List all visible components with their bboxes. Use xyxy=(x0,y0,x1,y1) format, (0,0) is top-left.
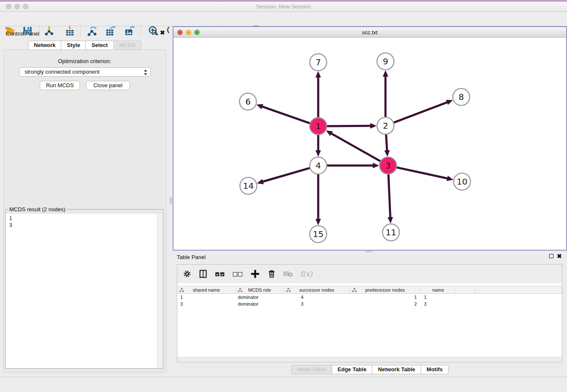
graph-edge-arrowhead xyxy=(384,150,390,157)
cell-name[interactable]: 1 xyxy=(421,294,456,301)
cell-successor-nodes[interactable]: 3 xyxy=(284,301,350,307)
graph-edge-1-6[interactable] xyxy=(261,106,311,124)
run-mcds-button[interactable]: Run MCDS xyxy=(40,81,80,90)
table-panel-tabs: Node Table Edge Table Network Table Moti… xyxy=(173,365,567,374)
cell-shared-name[interactable]: 3 xyxy=(177,301,236,307)
network-graph[interactable]: 7968124314101511 xyxy=(173,38,566,250)
main-toolbar xyxy=(0,12,567,26)
control-panel-buttons: ✖ xyxy=(152,30,165,35)
splitter-grip[interactable] xyxy=(170,197,172,204)
graph-edge-1-2[interactable] xyxy=(326,126,371,126)
column-header-name[interactable]: name xyxy=(421,286,456,293)
cell-name[interactable]: 3 xyxy=(421,301,456,307)
import-table-icon[interactable] xyxy=(64,25,75,36)
status-bar: Memory xyxy=(0,377,567,392)
optimization-criterion-label: Optimization criterion: xyxy=(0,58,169,64)
column-header-predecessor-nodes[interactable]: predecessor nodes xyxy=(350,286,421,293)
add-column-icon[interactable] xyxy=(250,269,260,279)
column-type-icon xyxy=(238,288,242,293)
window-accent-strip xyxy=(0,0,567,2)
mcds-result-area[interactable]: 1 3 xyxy=(6,214,162,368)
column-header-shared-name[interactable]: shared name xyxy=(177,286,236,293)
close-panel-icon[interactable]: ✖ xyxy=(557,254,562,258)
tab-motifs[interactable]: Motifs xyxy=(421,365,449,374)
graph-edge-3-10[interactable] xyxy=(396,167,448,179)
graph-node-label: 9 xyxy=(383,56,388,66)
mcds-result-line: 1 xyxy=(6,214,162,222)
select-all-columns-icon[interactable] xyxy=(215,269,226,279)
cell-predecessor-nodes[interactable]: 1 xyxy=(350,294,421,301)
tab-network-table[interactable]: Network Table xyxy=(372,365,421,374)
import-network-icon[interactable] xyxy=(44,25,55,36)
node-table: shared name MCDS role xyxy=(177,286,562,307)
delete-column-icon[interactable] xyxy=(267,269,276,279)
tab-network[interactable]: Network xyxy=(28,41,61,50)
function-builder-icon: f(x) xyxy=(300,270,312,278)
graph-node-label: 6 xyxy=(245,97,251,107)
export-network-icon[interactable] xyxy=(87,25,98,36)
table-panel-title: Table Panel xyxy=(177,254,206,260)
column-header-successor-nodes[interactable]: successor nodes xyxy=(284,286,350,293)
criterion-select-value: strongly connected component xyxy=(25,69,99,75)
graph-edge-4-14[interactable] xyxy=(262,168,311,182)
graph-edge-2-8[interactable] xyxy=(393,102,448,123)
table-horizontal-scrollbar[interactable] xyxy=(177,357,562,362)
table-header-row: shared name MCDS role xyxy=(177,286,562,294)
float-panel-icon[interactable] xyxy=(152,30,157,35)
table-row[interactable]: 1 dominator 4 1 1 xyxy=(177,294,562,301)
network-window-title: scc.txt xyxy=(173,29,566,36)
mcds-result-title: MCDS result (2 nodes) xyxy=(8,206,66,213)
toolbar-separator xyxy=(80,26,81,36)
graph-node-label: 1 xyxy=(316,121,321,131)
float-panel-icon[interactable] xyxy=(549,254,553,258)
tab-node-table[interactable]: Node Table xyxy=(291,365,332,374)
graph-node-label: 4 xyxy=(316,160,321,171)
tab-style[interactable]: Style xyxy=(61,41,86,50)
mcds-result-line: 3 xyxy=(6,222,162,229)
graph-edge-2-3[interactable] xyxy=(386,133,387,151)
graph-edge-arrowhead xyxy=(316,219,321,225)
graph-edge-3-11[interactable] xyxy=(388,173,391,218)
toolbar-separator xyxy=(140,26,141,36)
deselect-all-columns-icon[interactable] xyxy=(232,269,243,279)
table-toolbar: f(x) xyxy=(177,265,562,283)
network-canvas[interactable]: 7968124314101511 xyxy=(173,38,566,250)
column-header-mcds-role[interactable]: MCDS role xyxy=(236,286,284,293)
control-panel-title: Control Panel xyxy=(6,30,39,37)
cell-successor-nodes[interactable]: 4 xyxy=(284,294,350,301)
mcds-result-scrollbar[interactable] xyxy=(157,214,162,368)
tab-select[interactable]: Select xyxy=(85,41,113,50)
graph-node-label: 14 xyxy=(243,181,253,191)
window-titlebar: Session: New Session xyxy=(0,0,567,12)
graph-node-label: 2 xyxy=(383,121,388,131)
cell-mcds-role[interactable]: dominator xyxy=(236,294,284,301)
export-table-icon[interactable] xyxy=(105,25,116,36)
export-image-icon[interactable] xyxy=(124,25,135,36)
delete-table-icon xyxy=(283,270,293,278)
settings-gear-icon[interactable] xyxy=(182,269,192,279)
close-panel-icon[interactable]: ✖ xyxy=(160,30,165,35)
column-type-icon xyxy=(286,288,291,293)
cell-mcds-role[interactable]: dominator xyxy=(236,301,284,307)
cell-shared-name[interactable]: 1 xyxy=(177,294,236,301)
vertical-splitter[interactable] xyxy=(169,26,173,377)
graph-edge-arrowhead xyxy=(446,176,453,181)
tab-edge-table[interactable]: Edge Table xyxy=(332,365,372,374)
graph-edge-arrowhead xyxy=(370,123,377,129)
column-type-icon xyxy=(352,288,357,293)
window-title: Session: New Session xyxy=(0,3,567,10)
graph-edge-arrowhead xyxy=(383,70,388,77)
table-row[interactable]: 3 dominator 3 2 3 xyxy=(177,301,562,307)
tab-mcds[interactable]: MCDS xyxy=(113,41,141,50)
graph-edge-arrowhead xyxy=(446,100,453,105)
column-layout-icon[interactable] xyxy=(198,269,208,279)
cell-predecessor-nodes[interactable]: 2 xyxy=(350,301,421,307)
graph-edge-3-1[interactable] xyxy=(331,133,382,162)
graph-edge-arrowhead xyxy=(373,163,379,168)
table-panel-buttons: ✖ xyxy=(549,254,562,258)
graph-node-label: 8 xyxy=(459,92,464,102)
graph-edge-arrowhead xyxy=(388,217,393,224)
criterion-select[interactable]: strongly connected component xyxy=(19,67,151,77)
close-panel-button[interactable]: Close panel xyxy=(86,81,130,90)
node-table-container: f(x) shared name xyxy=(177,264,562,362)
